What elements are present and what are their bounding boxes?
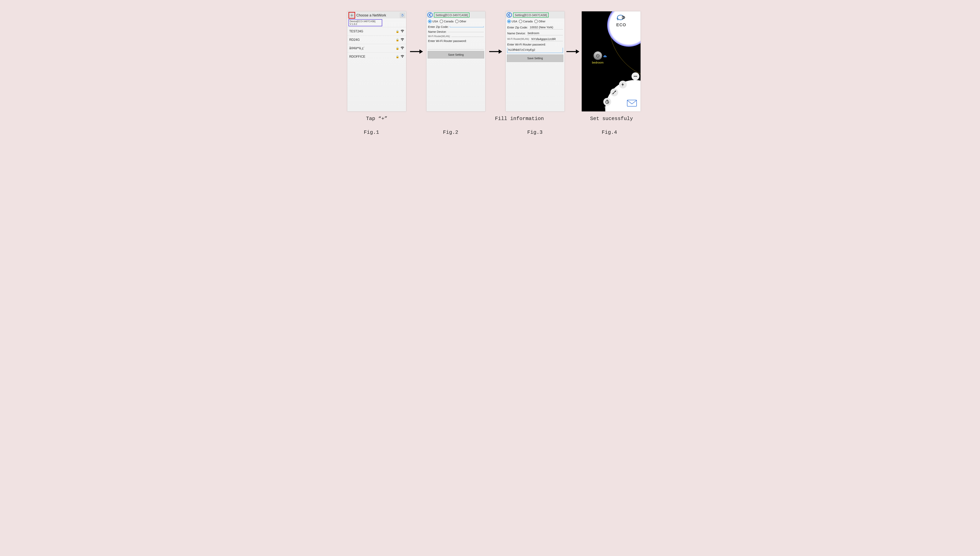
name-input[interactable]: bedroom — [527, 31, 563, 35]
wifi-icon — [401, 55, 404, 58]
region-label: USA — [511, 20, 517, 23]
password-input[interactable]: hU3fNk87zCV4yEg2 — [507, 48, 563, 53]
wifi-icon — [401, 47, 404, 50]
brand-text: ECO — [616, 23, 628, 27]
network-row[interactable]: å®¢äººä¸­ç­¨🔒 — [347, 44, 406, 52]
cloud-icon — [603, 55, 607, 59]
network-name: å®¢äººä¸­ç­¨ — [349, 47, 364, 50]
name-label: Name Device: — [428, 30, 446, 33]
device-info: Device[ECO-3497CA5B] V:1.6.0 — [348, 19, 382, 26]
region-label: Other — [459, 20, 466, 23]
radio-icon — [507, 19, 511, 23]
region-label: USA — [432, 20, 438, 23]
radio-icon — [519, 19, 522, 23]
save-button[interactable]: Save Setting — [507, 55, 563, 62]
device-node[interactable]: bedroom — [592, 52, 603, 64]
caption: Tap “+” — [343, 116, 410, 121]
screen-dashboard: ECO bedroom Timer Setting — [582, 11, 640, 112]
timer-icon — [605, 99, 609, 104]
region-radios: USACanadaOther — [427, 18, 485, 24]
radio-icon — [440, 19, 443, 23]
region-option[interactable]: Canada — [440, 19, 453, 23]
svg-point-11 — [635, 76, 636, 77]
figure-label: Fig.3 — [527, 129, 543, 135]
password-label: Enter Wi-Fi Router password: — [427, 39, 485, 44]
arrow-icon — [489, 48, 503, 55]
tools-icon — [612, 90, 617, 95]
eco-plug-icon — [616, 14, 628, 21]
region-option[interactable]: Other — [455, 19, 466, 23]
region-option[interactable]: USA — [507, 19, 517, 23]
screen-setting-empty: Setting[ECO-3497CA5B] USACanadaOther Ent… — [427, 11, 485, 112]
lock-icon: 🔒 — [396, 47, 399, 50]
figure-label: Fig.1 — [364, 129, 379, 135]
timer-label: Timer — [604, 106, 610, 109]
region-option[interactable]: Other — [534, 19, 545, 23]
refresh-button[interactable] — [400, 13, 405, 18]
radio-icon — [428, 19, 432, 23]
timer-button[interactable]: Timer — [603, 98, 611, 109]
network-name: TEST24G — [349, 30, 363, 33]
bill-label: Electric Bill — [619, 89, 630, 92]
radio-icon — [455, 19, 459, 23]
region-label: Other — [538, 20, 545, 23]
svg-point-4 — [428, 13, 433, 18]
figure-label: Fig.2 — [443, 129, 458, 135]
bill-button[interactable]: Electric Bill — [619, 81, 630, 92]
name-input[interactable] — [448, 31, 484, 32]
lock-icon: 🔒 — [396, 38, 399, 41]
svg-point-6 — [617, 15, 624, 20]
page-title: Choose a NetWork — [356, 13, 386, 18]
page-title: Setting[ECO-3497CA5B] — [434, 13, 469, 18]
network-row[interactable]: RDOFFICE🔒 — [347, 52, 406, 61]
region-label: Canada — [444, 20, 453, 23]
svg-point-12 — [636, 76, 637, 77]
radio-icon — [534, 19, 538, 23]
more-button[interactable]: More — [632, 73, 639, 84]
page-title: Setting[ECO-3497CA5B] — [513, 13, 549, 18]
lock-icon: 🔒 — [396, 55, 399, 58]
svg-point-9 — [613, 93, 614, 94]
svg-point-2 — [402, 48, 403, 49]
wifi-icon — [401, 38, 404, 42]
power-button[interactable] — [593, 52, 602, 60]
region-option[interactable]: USA — [428, 19, 438, 23]
caption: Set sucessfuly — [578, 116, 645, 121]
svg-point-0 — [402, 32, 403, 32]
network-row[interactable]: TEST24G🔒 — [347, 27, 406, 36]
back-button[interactable] — [506, 12, 512, 18]
arrow-icon — [409, 48, 423, 55]
wlan-label: Wi-Fi Router(WLAN): — [507, 38, 529, 40]
password-label: Enter Wi-Fi Router password: — [506, 42, 564, 47]
screen-setting-filled: Setting[ECO-3497CA5B] USACanadaOther Ent… — [506, 11, 564, 112]
back-button[interactable] — [427, 12, 433, 18]
wlan-label: Wi-Fi Router(WLAN): — [428, 35, 450, 38]
add-button[interactable] — [348, 12, 355, 19]
network-row[interactable]: RD24G🔒 — [347, 36, 406, 44]
svg-point-10 — [634, 76, 635, 77]
password-input[interactable] — [428, 44, 484, 49]
figure-label: Fig.4 — [602, 129, 617, 135]
more-icon — [633, 74, 638, 79]
lock-icon: 🔒 — [396, 30, 399, 33]
refresh-icon — [401, 13, 404, 17]
network-list: TEST24G🔒RD24G🔒å®¢äººä¸­ç­¨🔒RDOFFICE🔒 — [347, 27, 406, 61]
region-radios: USACanadaOther — [506, 18, 564, 24]
wlan-input[interactable]: NYsfa4gpps1zc8R — [530, 37, 563, 41]
region-label: Canada — [523, 20, 533, 23]
zip-label: Enter Zip Code: — [428, 25, 449, 28]
save-button[interactable]: Save Setting — [428, 51, 484, 58]
zip-input[interactable] — [450, 26, 484, 27]
setting-button[interactable]: Setting — [610, 89, 618, 100]
zip-input[interactable]: 10032 (New York) — [529, 25, 563, 29]
power-icon — [596, 53, 600, 58]
network-name: RDOFFICE — [349, 55, 365, 58]
setting-label: Setting — [611, 97, 618, 100]
region-option[interactable]: Canada — [519, 19, 533, 23]
wlan-input[interactable] — [451, 36, 484, 37]
zip-label: Enter Zip Code: — [507, 26, 528, 29]
svg-point-1 — [402, 40, 403, 41]
wifi-icon — [401, 30, 404, 33]
screen-choose-network: Choose a NetWork Device[ECO-3497CA5B] V:… — [347, 11, 406, 112]
arrow-icon — [566, 48, 580, 55]
